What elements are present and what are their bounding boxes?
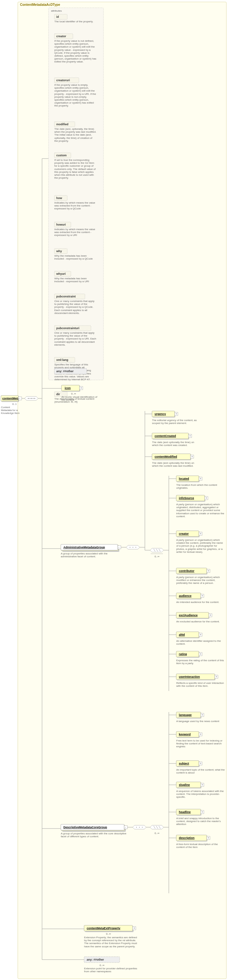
svg-text:creatoruri: creatoruri [56,79,70,82]
svg-text:0..∞: 0..∞ [106,932,111,935]
svg-text:contentMetaExtProperty: contentMetaExtProperty [87,927,120,930]
desc-group-node: DescriptiveMetadataCoreGroup - A group o… [61,824,127,843]
svg-text:howuri: howuri [56,223,66,226]
svg-text:rating: rating [179,652,187,656]
svg-text:altId: altId [179,633,185,636]
svg-text:slugline: slugline [179,783,190,786]
svg-text:+: + [200,762,201,765]
svg-point-41 [133,547,133,547]
svg-text:subject: subject [179,762,189,765]
svg-text:0..∞: 0..∞ [155,555,160,558]
ext-prop-node: contentMetaExtProperty + 0..∞ Extension … [84,925,139,959]
svg-text:+: + [81,387,82,390]
svg-text:AdministrativeMetadataGroup: AdministrativeMetadataGroup [63,546,105,549]
attribute-list: idThe local identifier of the property.c… [54,14,97,410]
svg-text:-: - [125,826,126,829]
svg-point-102 [142,827,142,827]
svg-text:+: + [206,496,207,500]
svg-text:0..∞: 0..∞ [100,964,104,967]
svg-text:+: + [200,477,201,480]
svg-text:+: + [189,434,191,438]
svg-text:0..1: 0..1 [12,402,17,406]
svg-text:located: located [179,477,189,480]
svg-text:pubconstrainturi: pubconstrainturi [56,326,79,330]
svg-text:+: + [133,927,135,930]
svg-text:exclAudience: exclAudience [179,614,198,617]
svg-text:+: + [201,810,203,814]
svg-text:+: + [209,614,211,617]
svg-text:+: + [201,594,203,597]
svg-text:any: ##other: any: ##other [56,370,74,373]
svg-text:+: + [200,733,201,736]
svg-text:-: - [19,397,20,400]
svg-text:any: ##other: any: ##other [87,958,104,961]
svg-text:whyuri: whyuri [56,272,66,275]
root-sequence [25,396,38,400]
svg-text:0..∞: 0..∞ [155,832,160,835]
attr-any: any: ##other [54,368,87,374]
svg-text:+: + [207,569,209,573]
admin-repeating-items: located+The location from which the cont… [169,476,225,695]
svg-text:creator: creator [179,532,189,535]
admin-group-node: AdministrativeMetadataGroup - A group of… [61,544,121,560]
admin-header-items: urgency+The editorial urgency of the con… [145,411,201,474]
svg-text:+: + [201,713,203,717]
desc-sequence [133,825,146,829]
admin-sequence [126,545,140,549]
svg-text:modified: modified [56,123,68,126]
svg-text:description: description [179,836,195,840]
schema-diagram: ContentMetadataAcDType contentMeta - 0..… [0,0,228,980]
svg-text:id: id [56,15,59,18]
svg-text:+: + [200,532,201,535]
svg-text:headline: headline [179,810,191,814]
svg-text:contributor: contributor [179,569,194,573]
svg-text:dir: dir [56,393,60,396]
svg-text:xml:lang: xml:lang [56,358,68,361]
svg-text:creator: creator [56,35,66,38]
svg-text:attributes: attributes [51,10,62,12]
svg-point-101 [139,827,140,827]
svg-text:audience: audience [179,594,192,597]
svg-text:infoSource: infoSource [179,496,194,500]
svg-text:icon: icon [65,387,71,390]
svg-text:pubconstraint: pubconstraint [56,295,76,298]
svg-text:+: + [200,633,201,636]
svg-text:userInteraction: userInteraction [179,675,200,678]
type-title: ContentMetadataAcDType [20,3,60,6]
svg-point-40 [130,547,130,547]
svg-text:custom: custom [56,154,66,157]
svg-text:+: + [207,836,209,840]
svg-text:+: + [216,675,217,678]
svg-text:+: + [201,783,203,786]
svg-text:-: - [118,546,119,549]
svg-text:why: why [56,250,62,253]
svg-text:urgency: urgency [155,412,166,415]
svg-text:contentMeta: contentMeta [2,397,20,400]
svg-text:DescriptiveMetadataCoreGroup: DescriptiveMetadataCoreGroup [63,826,108,829]
svg-text:contentModified: contentModified [155,455,177,458]
root-element: contentMeta - 0..1 Content Metadata for … [1,396,22,419]
svg-text:+: + [192,455,193,458]
svg-text:keyword: keyword [179,733,191,736]
svg-point-100 [136,827,137,827]
svg-text:language: language [179,713,192,717]
svg-point-42 [136,547,136,547]
svg-text:how: how [56,196,62,200]
svg-text:contentCreated: contentCreated [155,434,176,438]
svg-text:+: + [176,412,177,415]
svg-text:+: + [200,652,201,656]
svg-text:0..∞: 0..∞ [71,392,76,395]
